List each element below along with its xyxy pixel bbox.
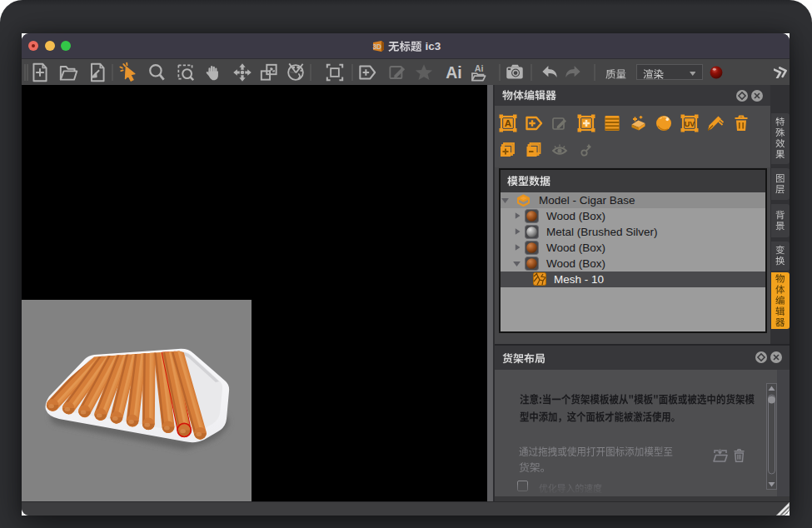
svg-text:3D: 3D bbox=[372, 42, 381, 50]
svg-text:Ai: Ai bbox=[475, 63, 484, 73]
svg-text:A: A bbox=[505, 118, 511, 128]
svg-text:Ai: Ai bbox=[446, 63, 461, 82]
svg-text:UV: UV bbox=[685, 120, 695, 128]
